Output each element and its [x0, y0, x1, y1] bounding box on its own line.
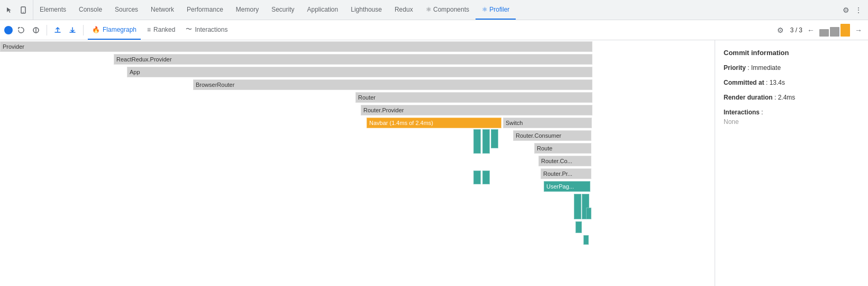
interactions-label: Interactions [195, 26, 227, 33]
nav-tab-network[interactable]: Network [144, 0, 180, 20]
nav-tab-console[interactable]: Console [72, 0, 108, 20]
commit-bar-2[interactable] [830, 27, 839, 37]
commit-nav: ⚙ 3 / 3 ← → [774, 24, 864, 37]
sidebar-title: Commit information [724, 49, 860, 57]
nav-tab-lighthouse[interactable]: Lighthouse [344, 0, 388, 20]
flame-reactredux-provider[interactable]: ReactRedux.Provider [114, 54, 592, 65]
nav-tab-elements[interactable]: Elements [33, 0, 72, 20]
priority-row: Priority : Immediate [724, 63, 860, 73]
record-button[interactable] [4, 26, 13, 34]
interactions-icon: 〜 [186, 25, 192, 34]
nav-right: ⚙ ⋮ [836, 0, 868, 20]
nav-tabs: Elements Console Sources Network Perform… [33, 0, 836, 20]
render-colon: : [774, 94, 778, 101]
flame-route[interactable]: Route [534, 143, 591, 154]
separator-1 [47, 25, 47, 35]
render-label: Render duration [724, 94, 773, 101]
render-row: Render duration : 2.4ms [724, 93, 860, 102]
flame-teal-1[interactable] [473, 129, 481, 154]
next-commit-button[interactable]: → [853, 25, 864, 35]
prev-commit-button[interactable]: ← [806, 25, 816, 35]
flamegraph-label: Flamegraph [103, 26, 136, 33]
nav-tab-profiler[interactable]: ⚛ Profiler [476, 0, 516, 20]
flame-container: Provider ReactRedux.Provider App Browser… [0, 40, 592, 263]
nav-tab-redux[interactable]: Redux [388, 0, 419, 20]
flame-router-co[interactable]: Router.Co... [538, 156, 591, 166]
tab-ranked[interactable]: ≡ Ranked [143, 20, 179, 40]
separator-2 [83, 25, 84, 35]
top-nav: Elements Console Sources Network Perform… [0, 0, 868, 20]
ranked-label: Ranked [153, 26, 175, 33]
cursor-icon[interactable] [4, 5, 15, 15]
stop-button[interactable] [30, 24, 42, 37]
flame-switch[interactable]: Switch [503, 118, 592, 128]
commit-bars [819, 24, 850, 37]
priority-label: Priority [724, 64, 746, 72]
interactions-value: None [724, 118, 739, 126]
flamegraph-area[interactable]: Provider ReactRedux.Provider App Browser… [0, 40, 715, 286]
committed-colon: : [766, 79, 770, 86]
tab-interactions[interactable]: 〜 Interactions [181, 20, 232, 40]
devtools-icons [0, 0, 33, 20]
committed-row: Committed at : 13.4s [724, 78, 860, 87]
flame-teal-3[interactable] [491, 129, 498, 148]
flame-userpag[interactable]: UserPag... [544, 181, 590, 192]
render-value: 2.4ms [778, 94, 796, 101]
flame-router[interactable]: Router [355, 92, 592, 103]
mobile-icon[interactable] [18, 5, 29, 15]
settings-icon[interactable]: ⚙ [840, 5, 851, 15]
flame-teal-r5[interactable] [583, 235, 589, 245]
nav-tab-components[interactable]: ⚛ Components [419, 0, 476, 20]
nav-tab-sources[interactable]: Sources [108, 0, 144, 20]
flame-teal-r3[interactable] [586, 208, 591, 219]
flame-teal-r4[interactable] [575, 221, 582, 233]
more-options-icon[interactable]: ⋮ [853, 5, 864, 15]
flame-browserrouter[interactable]: BrowserRouter [193, 79, 592, 90]
upload-button[interactable] [51, 24, 64, 37]
main-content: Provider ReactRedux.Provider App Browser… [0, 40, 868, 286]
flame-app[interactable]: App [127, 67, 592, 77]
profiler-toolbar: 🔥 Flamegraph ≡ Ranked 〜 Interactions ⚙ 3… [0, 20, 868, 40]
commit-info: 3 / 3 [790, 26, 802, 34]
reload-button[interactable] [15, 24, 28, 37]
flame-provider[interactable]: Provider [0, 41, 592, 52]
committed-label: Committed at [724, 79, 764, 86]
interactions-colon: : [761, 109, 763, 116]
flame-teal-2[interactable] [482, 129, 490, 154]
flame-teal-4[interactable] [473, 171, 481, 184]
nav-tab-performance[interactable]: Performance [180, 0, 230, 20]
commit-bar-3[interactable] [840, 24, 850, 37]
tab-flamegraph[interactable]: 🔥 Flamegraph [88, 20, 141, 40]
flamegraph-icon: 🔥 [92, 26, 100, 33]
flame-navbar[interactable]: Navbar (1.4ms of 2.4ms) [367, 118, 501, 128]
flame-router-pr[interactable]: Router.Pr... [541, 168, 591, 179]
commit-sidebar: Commit information Priority : Immediate … [715, 40, 868, 286]
settings-profiler-button[interactable]: ⚙ [774, 24, 787, 37]
flame-teal-5[interactable] [482, 171, 490, 184]
interactions-label: Interactions [724, 109, 760, 116]
svg-point-1 [23, 12, 24, 13]
interactions-row: Interactions : None [724, 108, 860, 127]
download-button[interactable] [66, 24, 79, 37]
flame-teal-r1[interactable] [574, 194, 581, 219]
committed-value: 13.4s [770, 79, 785, 86]
ranked-icon: ≡ [147, 26, 151, 33]
nav-tab-memory[interactable]: Memory [230, 0, 265, 20]
flame-router-provider[interactable]: Router.Provider [361, 105, 592, 115]
flame-router-consumer[interactable]: Router.Consumer [513, 130, 591, 141]
nav-tab-security[interactable]: Security [265, 0, 300, 20]
commit-bar-1[interactable] [819, 29, 829, 37]
priority-value: Immediate [751, 64, 781, 72]
nav-tab-application[interactable]: Application [301, 0, 345, 20]
